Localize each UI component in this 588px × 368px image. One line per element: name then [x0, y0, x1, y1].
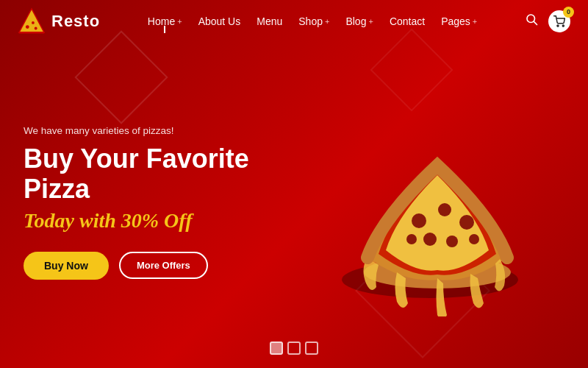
home-plus: +: [177, 17, 182, 26]
hero-section: Resto Home + About Us Menu Shop + Blo: [0, 0, 588, 368]
main-nav: Home + About Us Menu Shop + Blog + Conta…: [148, 15, 477, 27]
hero-buttons: Buy Now More Offers: [24, 252, 288, 280]
slider-dot-2[interactable]: [287, 342, 301, 355]
pizza-svg: [287, 37, 566, 316]
nav-active-indicator: [164, 26, 165, 33]
svg-point-9: [562, 25, 564, 26]
svg-point-3: [32, 21, 35, 24]
hero-title: Buy Your Favorite Pizza: [24, 144, 288, 205]
cart-icon: [553, 15, 565, 27]
pages-plus: +: [473, 17, 477, 26]
svg-point-15: [423, 233, 437, 246]
blog-plus: +: [368, 17, 373, 26]
svg-point-14: [459, 215, 474, 230]
buy-now-button[interactable]: Buy Now: [24, 252, 109, 280]
nav-shop[interactable]: Shop +: [298, 15, 329, 27]
svg-point-17: [406, 234, 417, 244]
cart-button[interactable]: 0: [548, 10, 570, 32]
slider-dot-3[interactable]: [305, 342, 318, 355]
slider-dot-1[interactable]: [270, 342, 283, 355]
svg-point-18: [469, 234, 479, 244]
nav-contact[interactable]: Contact: [390, 15, 425, 27]
svg-point-8: [557, 25, 559, 26]
hero-offer: Today with 30% Off: [24, 209, 288, 233]
svg-point-13: [438, 203, 451, 216]
brand-name: Resto: [51, 12, 100, 31]
nav-menu[interactable]: Menu: [257, 15, 282, 27]
shop-plus: +: [325, 17, 329, 26]
svg-line-7: [534, 21, 537, 24]
search-button[interactable]: [525, 13, 538, 29]
cart-badge: 0: [563, 7, 574, 18]
slider-dots: [270, 342, 318, 355]
deco-diamond-top-left: [74, 30, 168, 124]
more-offers-button[interactable]: More Offers: [119, 252, 208, 279]
svg-point-16: [446, 236, 458, 247]
nav-blog[interactable]: Blog +: [345, 15, 373, 27]
pizza-logo-icon: [18, 7, 46, 35]
svg-point-2: [26, 25, 29, 29]
svg-marker-0: [19, 8, 44, 32]
nav-about[interactable]: About Us: [198, 15, 241, 27]
hero-subtitle: We have many varieties of pizzas!: [24, 125, 288, 136]
pizza-image: [287, 37, 566, 316]
header: Resto Home + About Us Menu Shop + Blo: [0, 0, 588, 42]
logo[interactable]: Resto: [18, 7, 100, 35]
nav-icons: 0: [525, 10, 570, 32]
svg-point-12: [412, 213, 426, 228]
nav-home-wrap: Home +: [148, 15, 182, 27]
svg-point-4: [35, 26, 37, 29]
hero-text: We have many varieties of pizzas! Buy Yo…: [24, 125, 288, 280]
nav-pages[interactable]: Pages +: [441, 15, 477, 27]
